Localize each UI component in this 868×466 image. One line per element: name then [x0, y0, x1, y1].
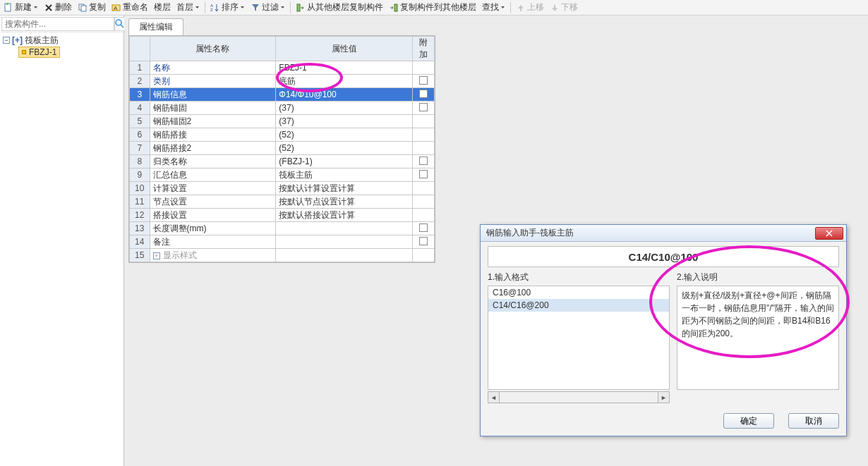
prop-value[interactable]: 按默认计算设置计算 [276, 182, 413, 195]
checkbox[interactable] [419, 237, 428, 245]
checkbox[interactable] [419, 103, 428, 111]
prop-attach[interactable] [413, 61, 435, 75]
table-row[interactable]: 14备注 [130, 235, 435, 249]
checkbox[interactable] [419, 223, 428, 232]
prop-attach[interactable] [413, 195, 435, 209]
find-button[interactable]: 查找 [480, 1, 507, 15]
prop-name: 钢筋锚固2 [150, 115, 276, 128]
arrow-down-icon [550, 3, 560, 13]
cancel-button[interactable]: 取消 [788, 413, 839, 429]
prop-attach[interactable] [413, 249, 435, 262]
checkbox[interactable] [419, 90, 428, 98]
table-row[interactable]: 7钢筋搭接2(52) [130, 142, 435, 155]
prop-value[interactable]: 按默认搭接设置计算 [276, 209, 413, 222]
prop-value[interactable]: (37) [276, 115, 413, 128]
copy-from-other-button[interactable]: 从其他楼层复制构件 [294, 1, 385, 15]
checkbox[interactable] [419, 170, 428, 178]
list-item[interactable]: C16@100 [488, 286, 669, 299]
copy-to-other-button[interactable]: 复制构件到其他楼层 [387, 1, 478, 15]
prop-attach[interactable] [413, 168, 435, 182]
sort-button[interactable]: AZ 排序 [208, 1, 247, 15]
dialog-titlebar[interactable]: 钢筋输入助手-筏板主筋 [481, 225, 846, 242]
scroll-left-icon[interactable]: ◄ [488, 391, 500, 403]
expand-icon[interactable]: + [153, 252, 160, 259]
prop-value[interactable]: 底筋 [276, 75, 413, 88]
copy-button[interactable]: 复制 [76, 1, 108, 15]
prop-value[interactable]: 筏板主筋 [276, 168, 413, 182]
rownum: 4 [130, 102, 150, 115]
table-row[interactable]: 9汇总信息筏板主筋 [130, 168, 435, 182]
tree-root[interactable]: − [​+​] 筏板主筋 [3, 34, 121, 47]
format-list[interactable]: C16@100 C14/C16@200 [488, 286, 670, 390]
h-scrollbar[interactable]: ◄ ► [488, 391, 670, 403]
home-label: 首层 [176, 1, 193, 13]
table-row[interactable]: 4钢筋锚固(37) [130, 102, 435, 115]
collapse-icon[interactable]: − [3, 37, 10, 44]
filter-button[interactable]: 过滤 [248, 1, 287, 15]
prop-value[interactable] [276, 235, 413, 249]
filter-icon [251, 3, 260, 13]
delete-button[interactable]: 删除 [42, 1, 74, 15]
prop-attach[interactable] [413, 155, 435, 168]
section2-label: 2.输入说明 [677, 271, 839, 283]
prop-value[interactable]: (37) [276, 102, 413, 115]
checkbox[interactable] [419, 76, 428, 85]
header-name: 属性名称 [150, 37, 276, 61]
prop-value[interactable]: 按默认节点设置计算 [276, 195, 413, 209]
prop-value[interactable] [276, 222, 413, 235]
move-down-button[interactable]: 下移 [548, 1, 580, 15]
prop-attach[interactable] [413, 88, 435, 102]
search-icon [115, 19, 124, 28]
rownum: 12 [130, 209, 150, 222]
prop-attach[interactable] [413, 222, 435, 235]
search-button[interactable] [114, 17, 125, 31]
list-item[interactable]: C14/C16@200 [488, 299, 669, 312]
table-row[interactable]: 3钢筋信息Φ14/Φ10@100 [130, 88, 435, 102]
move-up-button[interactable]: 上移 [514, 1, 546, 15]
table-row[interactable]: 1名称FBZJ-1 [130, 61, 435, 75]
scroll-right-icon[interactable]: ► [658, 391, 670, 403]
svg-rect-8 [297, 4, 300, 11]
prop-attach[interactable] [413, 75, 435, 88]
prop-value[interactable]: FBZJ-1 [276, 61, 413, 75]
prop-attach[interactable] [413, 115, 435, 128]
tab-property-edit[interactable]: 属性编辑 [128, 18, 183, 35]
search-input[interactable] [1, 17, 114, 31]
table-row[interactable]: 8归类名称(FBZJ-1) [130, 155, 435, 168]
dropdown-icon [280, 5, 285, 10]
ok-button[interactable]: 确定 [723, 413, 774, 429]
table-row[interactable]: 10计算设置按默认计算设置计算 [130, 182, 435, 195]
rownum: 14 [130, 235, 150, 249]
prop-value[interactable]: (52) [276, 142, 413, 155]
close-button[interactable] [815, 227, 843, 240]
prop-value[interactable] [276, 249, 413, 262]
separator [510, 2, 511, 13]
rebar-helper-dialog: 钢筋输入助手-筏板主筋 C14/C10@100 1.输入格式 C16@100 C… [480, 224, 847, 436]
prop-value[interactable]: (52) [276, 128, 413, 142]
tree-child[interactable]: FBZJ-1 [18, 47, 121, 58]
prop-value[interactable]: Φ14/Φ10@100 [276, 88, 413, 102]
table-row[interactable]: 15+显示样式 [130, 249, 435, 262]
table-row[interactable]: 13长度调整(mm) [130, 222, 435, 235]
new-button[interactable]: 新建 [1, 1, 40, 15]
rownum: 6 [130, 128, 150, 142]
prop-attach[interactable] [413, 209, 435, 222]
checkbox[interactable] [419, 157, 428, 165]
prop-attach[interactable] [413, 182, 435, 195]
table-row[interactable]: 5钢筋锚固2(37) [130, 115, 435, 128]
tree: − [​+​] 筏板主筋 FBZJ-1 [0, 32, 123, 59]
rename-button[interactable]: A 重命名 [109, 1, 150, 15]
table-row[interactable]: 6钢筋搭接(52) [130, 128, 435, 142]
layer-button[interactable]: 楼层 [152, 1, 173, 15]
table-row[interactable]: 12搭接设置按默认搭接设置计算 [130, 209, 435, 222]
svg-rect-1 [6, 3, 8, 5]
table-row[interactable]: 2类别底筋 [130, 75, 435, 88]
prop-attach[interactable] [413, 235, 435, 249]
prop-value[interactable]: (FBZJ-1) [276, 155, 413, 168]
prop-attach[interactable] [413, 102, 435, 115]
table-row[interactable]: 11节点设置按默认节点设置计算 [130, 195, 435, 209]
prop-attach[interactable] [413, 128, 435, 142]
scroll-track[interactable] [500, 391, 658, 403]
home-layer-button[interactable]: 首层 [174, 1, 202, 15]
prop-attach[interactable] [413, 142, 435, 155]
